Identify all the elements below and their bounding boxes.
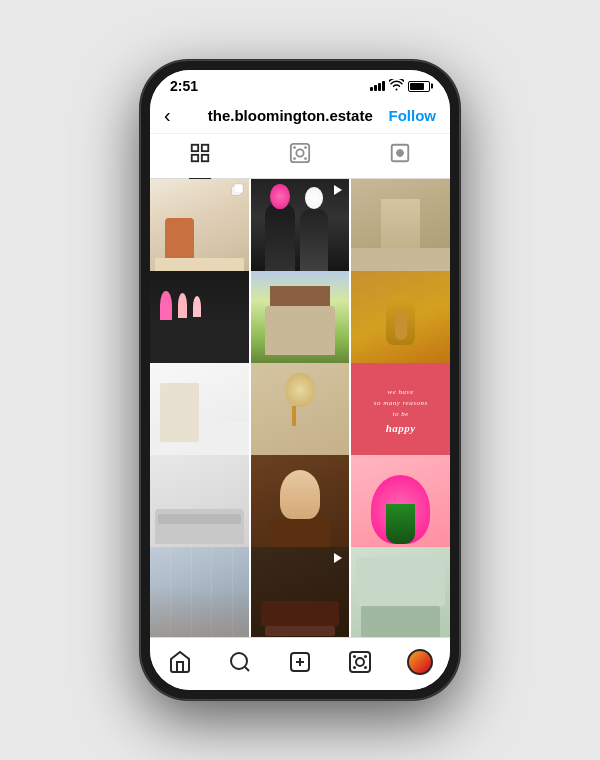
- svg-marker-15: [334, 553, 342, 563]
- svg-point-7: [304, 146, 307, 149]
- grid-item[interactable]: we haveso many reasonsto behappy: [351, 363, 450, 462]
- battery-fill: [410, 83, 424, 90]
- svg-point-22: [356, 658, 364, 666]
- bottom-nav-profile[interactable]: [398, 646, 442, 678]
- photo-grid: we haveso many reasonsto behappy: [150, 179, 450, 637]
- grid-item[interactable]: [251, 455, 350, 554]
- grid-item[interactable]: [150, 547, 249, 637]
- svg-point-25: [353, 666, 356, 669]
- tab-reels[interactable]: [289, 142, 311, 170]
- bottom-nav-home[interactable]: [158, 646, 202, 678]
- profile-tabs: [150, 134, 450, 179]
- tab-grid[interactable]: [189, 142, 211, 170]
- grid-item[interactable]: [150, 179, 249, 278]
- grid-item[interactable]: [150, 455, 249, 554]
- svg-point-8: [293, 157, 296, 160]
- grid-item[interactable]: [251, 363, 350, 462]
- svg-point-6: [293, 146, 296, 149]
- grid-item[interactable]: [351, 271, 450, 370]
- bottom-nav-search[interactable]: [218, 646, 262, 678]
- bottom-nav-create[interactable]: [278, 646, 322, 678]
- grid-item[interactable]: [351, 547, 450, 637]
- svg-point-16: [231, 653, 247, 669]
- back-button[interactable]: ‹: [164, 104, 192, 127]
- wifi-icon: [389, 79, 404, 94]
- signal-icon: [370, 81, 385, 91]
- svg-rect-13: [234, 184, 243, 193]
- phone-frame: 2:51 ‹ t: [140, 60, 460, 700]
- svg-rect-3: [202, 155, 208, 161]
- reel-badge: [331, 551, 345, 565]
- status-bar: 2:51: [150, 70, 450, 98]
- video-badge: [331, 183, 345, 197]
- grid-item[interactable]: [251, 547, 350, 637]
- svg-rect-0: [192, 145, 198, 151]
- grid-item[interactable]: [150, 363, 249, 462]
- battery-icon: [408, 81, 430, 92]
- status-icons: [370, 79, 430, 94]
- bottom-nav-reels[interactable]: [338, 646, 382, 678]
- profile-username: the.bloomington.estate: [208, 107, 373, 124]
- grid-item[interactable]: [351, 179, 450, 278]
- multi-icon: [231, 183, 245, 197]
- nav-header: ‹ the.bloomington.estate Follow: [150, 98, 450, 134]
- avatar: [407, 649, 433, 675]
- svg-rect-1: [202, 145, 208, 151]
- svg-rect-21: [350, 652, 370, 672]
- svg-marker-14: [334, 185, 342, 195]
- svg-point-23: [353, 655, 356, 658]
- svg-line-17: [245, 667, 249, 671]
- svg-point-24: [364, 655, 367, 658]
- status-time: 2:51: [170, 78, 198, 94]
- grid-item[interactable]: [150, 271, 249, 370]
- phone-screen: 2:51 ‹ t: [150, 70, 450, 690]
- tab-tagged[interactable]: [389, 142, 411, 170]
- bottom-nav: [150, 637, 450, 690]
- grid-item[interactable]: [251, 271, 350, 370]
- grid-item[interactable]: [351, 455, 450, 554]
- svg-point-26: [364, 666, 367, 669]
- grid-item[interactable]: [251, 179, 350, 278]
- svg-rect-2: [192, 155, 198, 161]
- svg-point-9: [304, 157, 307, 160]
- svg-point-5: [296, 149, 303, 156]
- follow-button[interactable]: Follow: [389, 107, 437, 124]
